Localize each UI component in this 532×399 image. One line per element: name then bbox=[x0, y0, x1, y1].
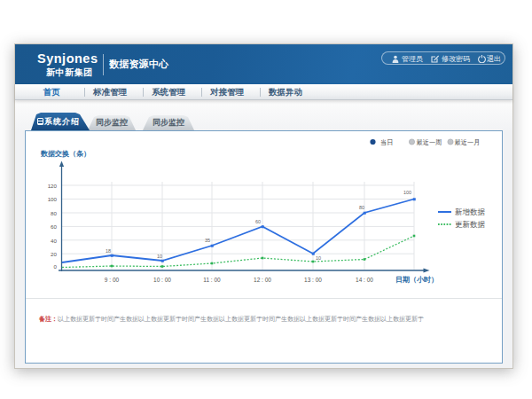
svg-text:60: 60 bbox=[255, 219, 261, 224]
svg-text:80: 80 bbox=[359, 205, 364, 210]
svg-text:12 : 00: 12 : 00 bbox=[254, 277, 271, 283]
svg-text:11 : 00: 11 : 00 bbox=[203, 277, 221, 283]
svg-text:数据交换（条）: 数据交换（条） bbox=[40, 150, 90, 158]
svg-text:新增数据: 新增数据 bbox=[455, 207, 486, 216]
svg-text:当日: 当日 bbox=[380, 138, 393, 146]
svg-text:80: 80 bbox=[51, 210, 57, 216]
svg-text:10 : 00: 10 : 00 bbox=[153, 277, 171, 283]
svg-text:9 : 00: 9 : 00 bbox=[105, 277, 120, 283]
svg-text:10: 10 bbox=[316, 255, 321, 261]
svg-text:60: 60 bbox=[51, 223, 57, 230]
svg-text:20: 20 bbox=[51, 251, 57, 257]
svg-text:18: 18 bbox=[106, 248, 111, 254]
svg-text:14 : 00: 14 : 00 bbox=[356, 277, 373, 283]
svg-text:最近一周: 最近一周 bbox=[417, 138, 442, 146]
svg-text:120: 120 bbox=[48, 183, 58, 189]
svg-text:最近一月: 最近一月 bbox=[455, 138, 481, 146]
svg-text:100: 100 bbox=[403, 190, 411, 195]
svg-text:0: 0 bbox=[54, 263, 58, 270]
svg-text:100: 100 bbox=[48, 196, 58, 202]
svg-text:35: 35 bbox=[205, 238, 210, 243]
svg-text:10: 10 bbox=[157, 254, 162, 259]
svg-text:40: 40 bbox=[51, 238, 57, 244]
svg-text:13 : 00: 13 : 00 bbox=[304, 277, 322, 283]
svg-text:更新数据: 更新数据 bbox=[455, 220, 486, 229]
svg-text:日期（小时）: 日期（小时） bbox=[395, 276, 438, 284]
